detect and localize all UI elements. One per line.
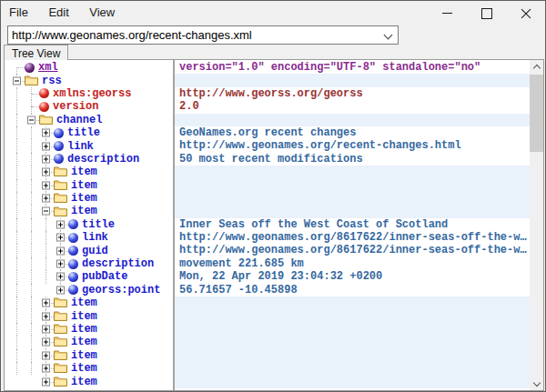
- expand-toggle-plus-icon[interactable]: [42, 142, 50, 150]
- tree-guide: [25, 218, 39, 231]
- scrollbar-thumb[interactable]: [530, 75, 543, 152]
- expand-toggle-plus-icon[interactable]: [42, 195, 50, 203]
- tree-node-title[interactable]: title: [5, 126, 173, 139]
- menu-view[interactable]: View: [81, 1, 123, 23]
- tree-guide: [25, 349, 39, 362]
- tree-node-item[interactable]: item: [5, 323, 173, 336]
- expand-toggle-plus-icon[interactable]: [56, 220, 65, 228]
- expand-toggle-plus-icon[interactable]: [42, 155, 50, 163]
- tree-node-item[interactable]: item: [5, 166, 173, 178]
- scroll-down-icon[interactable]: [530, 377, 543, 390]
- tree-node-item[interactable]: item: [5, 192, 173, 205]
- expand-toggle-minus-icon[interactable]: [13, 76, 21, 85]
- tree-guide-line: [16, 270, 17, 283]
- tree-guide: [10, 362, 25, 375]
- tree-connector: [39, 205, 54, 217]
- expand-toggle-plus-icon[interactable]: [42, 377, 50, 386]
- value-row: GeoNames.org recent changes: [175, 126, 530, 139]
- tree-guide-line: [31, 323, 32, 336]
- expand-toggle-plus-icon[interactable]: [42, 326, 50, 334]
- menu-edit[interactable]: Edit: [40, 1, 76, 23]
- tree-node-version[interactable]: version: [5, 100, 173, 113]
- tree-node-guid[interactable]: guid: [5, 244, 173, 256]
- tree-guide-line: [16, 205, 17, 217]
- tree-node-item[interactable]: item: [5, 349, 173, 362]
- tree-node-link[interactable]: link: [5, 231, 173, 244]
- tree-node-label: item: [71, 310, 97, 323]
- url-input[interactable]: [8, 27, 381, 43]
- expand-toggle-plus-icon[interactable]: [42, 338, 50, 347]
- value-row: [175, 336, 530, 348]
- tree-guide-line: [31, 297, 32, 309]
- tree-node-pubdate[interactable]: pubDate: [5, 270, 173, 283]
- tree-guide-line: [31, 244, 32, 256]
- tree-node-item[interactable]: item: [5, 297, 173, 309]
- tree-guide-line: [16, 257, 17, 270]
- expand-toggle-plus-icon[interactable]: [42, 299, 50, 307]
- tree-guide-line: [31, 205, 32, 217]
- tree-connector: [54, 284, 68, 297]
- tree-guide-line: [32, 106, 39, 107]
- tree-guide: [25, 270, 39, 283]
- tree-guide-line: [31, 106, 32, 113]
- tree-node-item[interactable]: item: [5, 179, 173, 192]
- tree-node-description[interactable]: description: [5, 257, 173, 270]
- expand-toggle-plus-icon[interactable]: [42, 181, 50, 189]
- expand-toggle-plus-icon[interactable]: [56, 286, 65, 294]
- tree-guide: [10, 244, 25, 256]
- expand-toggle-plus-icon[interactable]: [42, 365, 50, 373]
- maximize-button[interactable]: [467, 1, 506, 25]
- minimize-button[interactable]: [428, 1, 467, 25]
- menu-file[interactable]: File: [1, 1, 36, 23]
- attribute-icon: [39, 88, 49, 98]
- expand-toggle-plus-icon[interactable]: [42, 168, 50, 176]
- tree-node-label: link: [82, 231, 108, 244]
- tree-guide-line: [31, 126, 32, 139]
- tree-guide: [10, 139, 25, 152]
- tree-node-label: item: [71, 376, 97, 388]
- tree-node-item[interactable]: item: [5, 362, 173, 375]
- tree-node-xmlns-georss[interactable]: xmlns:georss: [5, 87, 173, 100]
- combobox-dropdown-icon[interactable]: [381, 26, 398, 44]
- expand-toggle-plus-icon[interactable]: [42, 129, 50, 137]
- tree-guide-line: [31, 139, 32, 152]
- tree-guide: [10, 231, 25, 244]
- tree-node-item[interactable]: item: [5, 309, 173, 322]
- tree-guide: [10, 192, 25, 205]
- tree-guide-line: [16, 231, 17, 244]
- vertical-scrollbar[interactable]: [530, 60, 543, 390]
- tree-guide: [10, 100, 25, 113]
- tree-guide-line: [32, 94, 39, 95]
- tree-node-georss-point[interactable]: georss:point: [5, 284, 173, 297]
- expand-toggle-minus-icon[interactable]: [42, 207, 50, 216]
- tab-tree-view[interactable]: Tree View: [4, 45, 68, 60]
- tree-node-rss[interactable]: rss: [5, 74, 173, 86]
- value-row: 56.71657 -10.45898: [175, 284, 530, 297]
- expand-toggle-plus-icon[interactable]: [42, 351, 50, 359]
- tree-guide-line: [16, 309, 17, 322]
- tree-guide-line: [31, 309, 32, 322]
- tree-node-title[interactable]: title: [5, 218, 173, 231]
- expand-toggle-plus-icon[interactable]: [42, 312, 50, 320]
- tree-guide-line: [16, 362, 17, 375]
- element-icon: [68, 272, 78, 282]
- tree-node-channel[interactable]: channel: [5, 114, 173, 126]
- tree-node-link[interactable]: link: [5, 139, 173, 152]
- value-row: [175, 362, 530, 375]
- expand-toggle-plus-icon[interactable]: [56, 260, 65, 268]
- value-row: [175, 323, 530, 336]
- tree-node-item[interactable]: item: [5, 336, 173, 348]
- scroll-up-icon[interactable]: [530, 60, 543, 74]
- tree-node-item[interactable]: item: [5, 205, 173, 217]
- close-button[interactable]: [506, 1, 545, 25]
- expand-toggle-plus-icon[interactable]: [56, 234, 65, 242]
- expand-toggle-plus-icon[interactable]: [56, 273, 65, 281]
- tree-node-description[interactable]: description: [5, 153, 173, 166]
- tree-guide: [10, 297, 25, 309]
- tree-guide: [25, 336, 39, 348]
- tree-connector: [25, 100, 39, 113]
- expand-toggle-minus-icon[interactable]: [27, 116, 35, 124]
- tree-node-item[interactable]: item: [5, 375, 173, 387]
- expand-toggle-plus-icon[interactable]: [56, 246, 65, 255]
- tree-node-label: channel: [56, 114, 102, 126]
